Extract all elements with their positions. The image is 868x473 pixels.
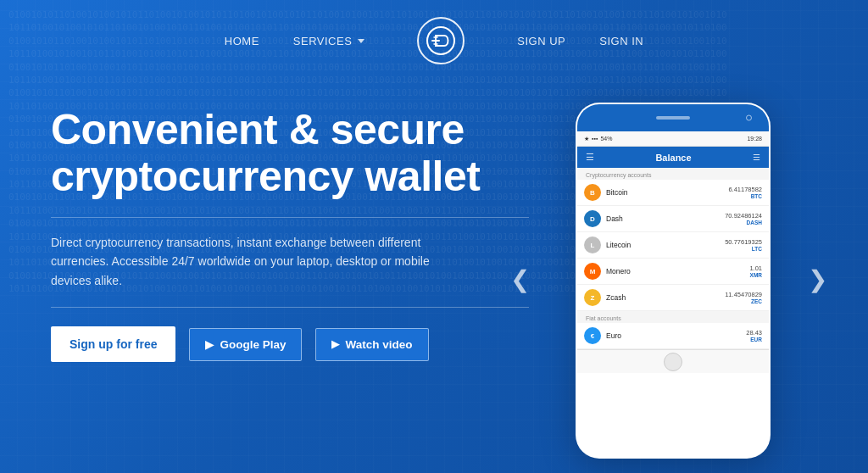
coin-list: B Bitcoin 6.41178582 BTC D Dash 70.92486…	[577, 180, 769, 311]
coin-name: Bitcoin	[606, 188, 723, 197]
phone-bottom-bezel	[577, 349, 769, 373]
wallet-content: Cryptocurrency accounts B Bitcoin 6.4117…	[577, 168, 769, 349]
logo-icon	[426, 25, 456, 56]
menu-icon: ☰	[586, 152, 594, 163]
fiat-list: € Euro 28.43 EUR	[577, 323, 769, 349]
coin-row: Z Zcash 11.45470829 ZEC	[577, 285, 769, 311]
phone-top-bezel	[577, 104, 769, 131]
coin-amount: 6.41178582	[728, 186, 762, 193]
coin-symbol: XMR	[749, 272, 762, 278]
logo-circle	[417, 17, 465, 64]
googleplay-button[interactable]: ▶ Google Play	[189, 328, 302, 361]
hero-headline: Convenient & secure cryptocurrency walle…	[51, 107, 529, 200]
phone-mockup-area: ❮ ★ ▪▪▪ 54% 19:28 ☰ Balanc	[529, 98, 817, 459]
coin-row: B Bitcoin 6.41178582 BTC	[577, 180, 769, 206]
coin-name: Litecoin	[606, 241, 720, 249]
nav-signup[interactable]: SIGN UP	[517, 35, 565, 47]
carousel-prev-button[interactable]: ❮	[504, 258, 537, 299]
phone-speaker	[656, 116, 690, 120]
coin-symbol: DASH	[725, 220, 762, 225]
coin-row: D Dash 70.92486124 DASH	[577, 206, 769, 232]
fiat-amount: 28.43	[746, 329, 762, 337]
coin-name: Monero	[606, 267, 744, 275]
app-header: ☰ Balance ☰	[577, 147, 769, 168]
coin-symbol: LTC	[725, 246, 762, 252]
phone-mockup: ★ ▪▪▪ 54% 19:28 ☰ Balance ☰ Cryptocurren…	[576, 103, 771, 459]
divider-1	[51, 217, 529, 218]
coin-name: Zcash	[606, 293, 720, 302]
wifi-icon: 54%	[600, 136, 612, 142]
nav-signin[interactable]: SIGN IN	[599, 35, 643, 47]
phone-camera	[746, 115, 752, 121]
fiat-name: Euro	[606, 331, 741, 340]
coin-amount: 11.45470829	[725, 291, 762, 298]
watchvideo-button[interactable]: ▶ Watch video	[315, 328, 428, 361]
coin-amount: 70.92486124	[725, 212, 762, 220]
coin-amount: 50.77619325	[725, 238, 762, 246]
time-display: 19:28	[747, 136, 762, 142]
status-left: ★ ▪▪▪ 54%	[584, 136, 612, 142]
coin-icon: L	[584, 236, 601, 253]
signup-button[interactable]: Sign up for free	[51, 326, 175, 362]
home-button	[664, 353, 682, 371]
coin-symbol: BTC	[728, 193, 762, 199]
carousel-next-button[interactable]: ❯	[801, 258, 834, 299]
fiat-icon: €	[584, 327, 601, 344]
main-content: Convenient & secure cryptocurrency walle…	[0, 81, 868, 459]
status-right: 19:28	[747, 136, 762, 142]
svg-point-0	[427, 27, 454, 54]
android-icon: ▶	[205, 338, 214, 351]
divider-2	[51, 307, 529, 308]
status-bar: ★ ▪▪▪ 54% 19:28	[577, 131, 769, 147]
nav-services[interactable]: SERVICES	[293, 35, 365, 47]
nav-right: SIGN UP SIGN IN	[517, 35, 643, 47]
bluetooth-icon: ★	[584, 136, 589, 142]
signal-icon: ▪▪▪	[592, 136, 598, 142]
coin-icon: Z	[584, 289, 601, 306]
navigation: HOME SERVICES SIGN UP SIGN IN	[0, 0, 868, 81]
cta-row: Sign up for free ▶ Google Play ▶ Watch v…	[51, 326, 529, 362]
site-logo[interactable]	[415, 15, 466, 66]
coin-icon: M	[584, 263, 601, 280]
coin-symbol: ZEC	[725, 298, 762, 304]
hero-left: Convenient & secure cryptocurrency walle…	[51, 98, 529, 362]
play-icon: ▶	[331, 338, 339, 350]
fiat-symbol: EUR	[746, 337, 762, 342]
coin-row: M Monero 1.01 XMR	[577, 259, 769, 285]
chevron-down-icon	[358, 39, 364, 43]
app-title: Balance	[655, 153, 691, 163]
coin-icon: D	[584, 210, 601, 227]
coin-name: Dash	[606, 214, 720, 223]
coin-row: L Litecoin 50.77619325 LTC	[577, 232, 769, 259]
coin-amount: 1.01	[749, 264, 762, 272]
nav-left: HOME SERVICES	[225, 35, 365, 47]
settings-icon: ☰	[753, 153, 760, 162]
crypto-section-label: Cryptocurrency accounts	[577, 168, 769, 180]
coin-icon: B	[584, 184, 601, 201]
hero-subtext: Direct cryptocurrency transactions, inst…	[51, 233, 466, 290]
fiat-section-label: Fiat accounts	[577, 311, 769, 323]
nav-home[interactable]: HOME	[225, 35, 259, 47]
fiat-row: € Euro 28.43 EUR	[577, 323, 769, 349]
